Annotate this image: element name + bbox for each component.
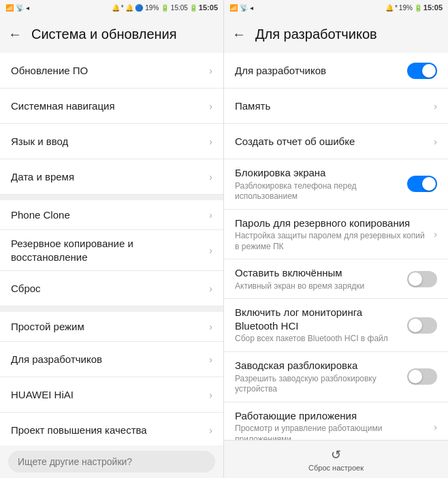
developer-mode-toggle[interactable] [407, 63, 437, 79]
menu-item-backup[interactable]: Резервное копирование и восстановление › [0, 230, 223, 271]
bluetooth-hci-toggle[interactable] [407, 317, 437, 334]
menu-item-label: Phone Clone [11, 202, 204, 229]
chevron-icon: › [209, 321, 212, 332]
left-status-icons: 📶 📡 ◂ [5, 4, 29, 12]
dev-item-subtitle: Просмотр и управление работающими прилож… [235, 424, 428, 440]
dev-item-subtitle: Настройка защиты паролем для резервных к… [235, 231, 428, 252]
location-icon: ◂ [250, 4, 253, 12]
dev-item-content: Включить лог мониторинга Bluetooth HCI С… [235, 306, 407, 345]
dev-item-content: Заводская разблокировка Разрешить заводс… [235, 359, 407, 395]
chevron-icon: › [434, 229, 437, 240]
dev-item-title: Заводская разблокировка [235, 359, 402, 372]
left-back-button[interactable]: ← [8, 27, 22, 42]
dev-item-content: Работающие приложения Просмотр и управле… [235, 409, 434, 440]
left-panel-header: ← Система и обновления [0, 15, 223, 53]
battery-percent: 19% [399, 4, 413, 12]
right-panel: 📶 📡 ◂ 🔔 * 19% 🔋 15:05 ← Для разработчико… [224, 0, 448, 478]
notification-icon: 🔔 [385, 4, 394, 12]
dev-item-stay-awake[interactable]: Оставить включённым Активный экран во вр… [224, 259, 448, 299]
screen-lock-toggle[interactable] [407, 176, 437, 192]
dev-item-subtitle: Разблокировка телефона перед использован… [235, 181, 402, 202]
menu-item-label: Сброс [11, 275, 204, 302]
dev-item-content: Для разработчиков [235, 64, 407, 78]
dev-item-content: Память [235, 99, 434, 113]
dev-item-running-apps[interactable]: Работающие приложения Просмотр и управле… [224, 402, 448, 440]
dev-item-developer-mode[interactable]: Для разработчиков [224, 53, 448, 89]
notification-icon: 🔔 [112, 4, 120, 12]
wifi-icon: 📡 [240, 4, 248, 12]
menu-item-label: Проект повышения качества [11, 417, 204, 444]
left-status-bar: 📶 📡 ◂ 🔔 * 🔔 🔵 19% 🔋 15:05 🔋 15:05 [0, 0, 223, 15]
chevron-icon: › [209, 245, 212, 256]
menu-item-developer[interactable]: Для разработчиков › [0, 342, 223, 377]
chevron-icon: › [434, 101, 437, 112]
chevron-icon: › [434, 421, 437, 432]
left-time: 15:05 [199, 3, 218, 12]
chevron-icon: › [209, 425, 212, 436]
chevron-icon: › [209, 172, 212, 182]
bluetooth-icon: * [121, 4, 124, 12]
left-panel: 📶 📡 ◂ 🔔 * 🔔 🔵 19% 🔋 15:05 🔋 15:05 ← Сист… [0, 0, 224, 478]
menu-item-quality[interactable]: Проект повышения качества › [0, 413, 223, 445]
dev-item-subtitle: Разрешить заводскую разблокировку устрой… [235, 374, 402, 395]
menu-item-datetime[interactable]: Дата и время › [0, 159, 223, 195]
menu-item-lang[interactable]: Язык и ввод › [0, 124, 223, 159]
dev-item-title: Память [235, 99, 428, 113]
dev-item-content: Создать отчет об ошибке [235, 135, 434, 148]
dev-item-title: Включить лог мониторинга Bluetooth HCI [235, 306, 402, 332]
menu-item-label: Системная навигация [11, 93, 204, 120]
reset-label: Сброс настроек [308, 464, 364, 472]
right-time: 15:05 [423, 3, 443, 12]
menu-item-update[interactable]: Обновление ПО › [0, 53, 223, 89]
dev-item-bug-report[interactable]: Создать отчет об ошибке › [224, 124, 448, 159]
right-status-icons: 🔔 * 🔔 🔵 19% 🔋 15:05 🔋 15:05 [112, 3, 218, 12]
chevron-icon: › [209, 210, 212, 221]
chevron-icon: › [209, 65, 212, 76]
dev-item-oem-unlock[interactable]: Заводская разблокировка Разрешить заводс… [224, 352, 448, 402]
right-menu-list: Для разработчиков Память › Создать отчет… [224, 53, 448, 440]
dev-item-content: Блокировка экрана Разблокировка телефона… [235, 166, 407, 202]
menu-item-label: Простой режим [11, 313, 204, 340]
oem-unlock-toggle[interactable] [407, 368, 437, 385]
dev-item-title: Создать отчет об ошибке [235, 135, 428, 148]
menu-item-label: Дата и время [11, 163, 204, 191]
dev-item-title: Блокировка экрана [235, 166, 402, 180]
reset-bar[interactable]: ↺ Сброс настроек [224, 440, 448, 478]
menu-item-reset[interactable]: Сброс › [0, 271, 223, 306]
stay-awake-toggle[interactable] [407, 271, 437, 287]
menu-item-label: Для разработчиков [11, 346, 204, 373]
left-menu-list: Обновление ПО › Системная навигация › Яз… [0, 53, 223, 445]
right-status-right-icons: 🔔 * 19% 🔋 15:05 [385, 3, 443, 12]
battery-percent: 🔔 🔵 19% 🔋 15:05 [125, 4, 188, 12]
chevron-icon: › [209, 283, 212, 294]
search-input[interactable] [8, 451, 215, 473]
signal-icon: 📶 [229, 4, 238, 12]
bluetooth-icon: * [395, 4, 398, 12]
wifi-icon: 📡 [16, 4, 24, 12]
dev-item-screen-lock[interactable]: Блокировка экрана Разблокировка телефона… [224, 159, 448, 210]
chevron-icon: › [209, 101, 212, 112]
right-back-button[interactable]: ← [232, 27, 246, 42]
signal-icon: 📶 [5, 4, 14, 12]
chevron-icon: › [209, 389, 212, 400]
dev-item-memory[interactable]: Память › [224, 89, 448, 124]
chevron-icon: › [434, 136, 437, 147]
dev-item-content: Оставить включённым Активный экран во вр… [235, 266, 407, 291]
chevron-icon: › [209, 354, 212, 365]
menu-item-nav[interactable]: Системная навигация › [0, 89, 223, 124]
menu-item-label: Язык и ввод [11, 128, 204, 155]
search-container [0, 445, 223, 478]
right-panel-header: ← Для разработчиков [224, 15, 448, 53]
battery-icon: 🔋 [189, 4, 197, 12]
menu-item-label: Обновление ПО [11, 57, 204, 84]
dev-item-subtitle: Сбор всех пакетов Bluetooth HCI в файл [235, 334, 402, 345]
dev-item-backup-password[interactable]: Пароль для резервного копирования Настро… [224, 210, 448, 260]
menu-item-phone-clone[interactable]: Phone Clone › [0, 195, 223, 230]
menu-item-label: HUAWEI HiAI [11, 381, 204, 409]
left-panel-title: Система и обновления [31, 27, 177, 42]
right-panel-title: Для разработчиков [255, 27, 377, 42]
menu-item-simple-mode[interactable]: Простой режим › [0, 306, 223, 342]
menu-item-hiai[interactable]: HUAWEI HiAI › [0, 377, 223, 413]
dev-item-bluetooth-hci[interactable]: Включить лог мониторинга Bluetooth HCI С… [224, 299, 448, 352]
dev-item-title: Работающие приложения [235, 409, 428, 423]
